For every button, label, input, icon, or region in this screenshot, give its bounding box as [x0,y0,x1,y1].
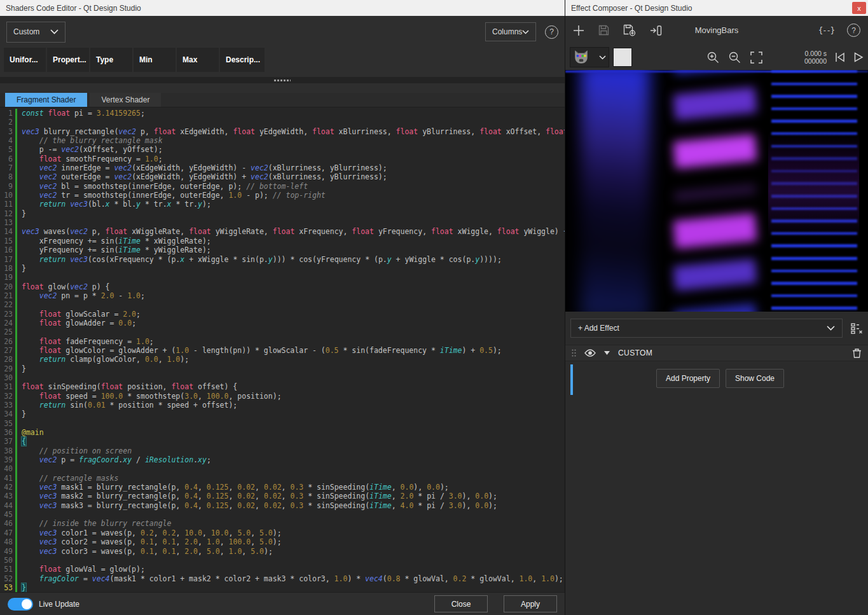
splitter-handle[interactable] [0,77,565,83]
code-line[interactable]: 4 // the blurry rectangle mask [0,136,565,145]
code-line[interactable]: 34} [0,410,565,418]
line-number[interactable]: 35 [0,419,15,428]
line-number[interactable]: 28 [0,355,15,364]
line-number[interactable]: 45 [0,510,15,519]
column-header-description[interactable]: Descrip... [220,48,265,72]
code-line[interactable]: 6 float smoothFrequency = 1.0; [0,155,565,163]
clear-all-effects-icon[interactable] [850,322,863,334]
line-number[interactable]: 34 [0,410,15,418]
line-number[interactable]: 3 [0,127,15,136]
add-property-button[interactable]: Add Property [656,369,720,388]
column-header-max[interactable]: Max [177,48,219,72]
code-line[interactable]: 38 // position on screen [0,446,565,455]
line-number[interactable]: 39 [0,455,15,464]
line-number[interactable]: 48 [0,537,15,546]
effect-composer-titlebar[interactable]: Effect Composer - Qt Design Studio x [565,0,868,16]
code-line[interactable]: 35 [0,419,565,428]
code-line[interactable]: 10 vec2 tr = smoothstep(innerEdge, outer… [0,191,565,200]
code-line[interactable]: 27 float glowColor = glowAdder + (1.0 - … [0,346,565,355]
skip-to-start-icon[interactable] [834,52,846,62]
code-line[interactable]: 42 vec3 mask1 = blurry_rectangle(p, 0.4,… [0,483,565,492]
line-number[interactable]: 50 [0,556,15,565]
code-line[interactable]: 36@main [0,428,565,437]
code-line[interactable]: 21 vec2 pn = p * 2.0 - 1.0; [0,291,565,300]
code-line[interactable]: 47 vec3 color1 = waves(p, 0.2, 0.2, 10.0… [0,529,565,537]
line-number[interactable]: 16 [0,245,15,254]
code-line[interactable]: 29} [0,364,565,373]
help-icon[interactable]: ? [847,24,860,37]
delete-effect-trash-icon[interactable] [852,348,862,358]
effect-preview[interactable] [565,70,868,312]
column-header-type[interactable]: Type [90,48,132,72]
save-icon[interactable] [598,25,609,36]
code-line[interactable]: 12} [0,209,565,218]
drag-handle-icon[interactable] [572,349,576,357]
line-number[interactable]: 13 [0,218,15,227]
line-number[interactable]: 23 [0,310,15,319]
code-line[interactable]: 37{ [0,437,565,446]
line-number[interactable]: 18 [0,264,15,273]
code-line[interactable]: 1const float pi = 3.14159265; [0,109,565,118]
line-number[interactable]: 36 [0,428,15,437]
code-line[interactable]: 14vec3 waves(vec2 p, float xWiggleRate, … [0,227,565,236]
code-line[interactable]: 9 vec2 bl = smoothstep(innerEdge, outerE… [0,182,565,191]
line-number[interactable]: 41 [0,474,15,483]
line-number[interactable]: 5 [0,145,15,154]
line-number[interactable]: 27 [0,346,15,355]
code-line[interactable]: 13 [0,218,565,227]
line-number[interactable]: 26 [0,337,15,346]
play-icon[interactable] [853,52,864,62]
code-line[interactable]: 25 [0,328,565,336]
code-line[interactable]: 49 vec3 color3 = waves(p, 0.1, 0.1, 2.0,… [0,547,565,556]
zoom-out-icon[interactable] [729,52,741,64]
line-number[interactable]: 40 [0,464,15,473]
line-number[interactable]: 51 [0,565,15,574]
line-number[interactable]: 32 [0,392,15,401]
shaders-window-titlebar[interactable]: Shaders Code Editor - Qt Design Studio [0,0,565,16]
line-number[interactable]: 10 [0,191,15,200]
column-header-property[interactable]: Propert... [47,48,89,72]
code-line[interactable]: 22 [0,300,565,309]
line-number[interactable]: 19 [0,273,15,282]
line-number[interactable]: 52 [0,574,15,583]
line-number[interactable]: 14 [0,227,15,236]
preview-image-dropdown[interactable] [570,47,609,67]
code-line[interactable]: 51 float glowVal = glow(p); [0,565,565,574]
code-braces-icon[interactable]: {--} [818,26,834,35]
line-number[interactable]: 9 [0,182,15,191]
line-number[interactable]: 17 [0,255,15,264]
code-line[interactable]: 30 [0,373,565,382]
zoom-in-icon[interactable] [707,52,719,64]
column-header-min[interactable]: Min [134,48,176,72]
add-effect-icon[interactable] [573,25,584,36]
line-number[interactable]: 38 [0,446,15,455]
tab-vertex-shader[interactable]: Vertex Shader [90,93,161,107]
line-number[interactable]: 46 [0,519,15,528]
line-number[interactable]: 47 [0,529,15,537]
uniform-type-dropdown[interactable]: Custom [6,22,65,43]
code-line[interactable]: 18} [0,264,565,273]
line-number[interactable]: 11 [0,200,15,209]
window-close-button[interactable]: x [852,2,866,14]
column-header-uniform[interactable]: Unifor... [4,48,46,72]
line-number[interactable]: 31 [0,382,15,391]
code-line[interactable]: 7 vec2 innerEdge = vec2(xEdgeWidth, yEdg… [0,163,565,172]
background-color-swatch[interactable] [613,48,632,67]
code-editor[interactable]: 1const float pi = 3.14159265;23vec3 blur… [0,107,565,592]
show-code-button[interactable]: Show Code [726,369,784,388]
line-number[interactable]: 42 [0,483,15,492]
line-number[interactable]: 44 [0,501,15,510]
visibility-eye-icon[interactable] [584,349,596,357]
save-as-icon[interactable] [623,24,636,36]
line-number[interactable]: 37 [0,437,15,446]
line-number[interactable]: 25 [0,328,15,336]
code-line[interactable]: 43 vec3 mask2 = blurry_rectangle(p, 0.4,… [0,492,565,501]
line-number[interactable]: 4 [0,136,15,145]
line-number[interactable]: 15 [0,237,15,245]
line-number[interactable]: 30 [0,373,15,382]
code-line[interactable]: 19 [0,273,565,282]
add-effect-dropdown[interactable]: + Add Effect [570,319,843,338]
line-number[interactable]: 6 [0,155,15,163]
custom-effect-header[interactable]: CUSTOM [565,345,868,361]
line-number[interactable]: 49 [0,547,15,556]
